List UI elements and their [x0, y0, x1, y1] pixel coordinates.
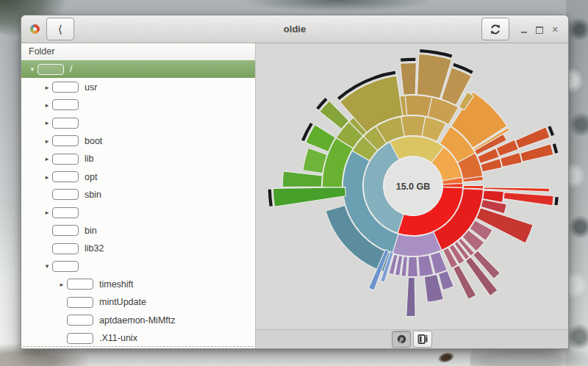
chart-segment[interactable] — [282, 171, 322, 187]
treemap-view-button[interactable] — [413, 331, 432, 348]
expander-right-icon[interactable]: ▸ — [57, 281, 67, 288]
chart-segment[interactable] — [273, 187, 345, 207]
tree-row-label: timeshift — [99, 279, 134, 290]
maximize-button[interactable] — [535, 25, 544, 34]
expander-right-icon[interactable]: ▸ — [42, 119, 52, 126]
expander-right-icon[interactable]: ▸ — [42, 173, 52, 181]
tree-row[interactable]: bin — [21, 222, 255, 240]
expander-right-icon[interactable]: ▸ — [42, 84, 52, 91]
tree-row-label: home — [85, 100, 107, 110]
chart-segment[interactable] — [463, 185, 483, 189]
tree-row[interactable]: lib32 — [21, 240, 255, 257]
tree-row-label: mintUpdate — [99, 297, 146, 307]
tree-rows: ▾/▸usr▸home▸var▸boot▸lib▸optsbin▸etcbinl… — [21, 60, 255, 348]
tree-row[interactable]: ▸lib — [21, 150, 255, 168]
tree-row-label: usr — [85, 82, 97, 93]
usage-bar — [52, 261, 79, 272]
tree-overflow-dash — [23, 346, 254, 347]
usage-bar — [52, 225, 79, 236]
chart-segment[interactable] — [303, 148, 327, 173]
tree-row[interactable]: sbin — [21, 186, 255, 204]
usage-bar — [52, 243, 79, 254]
tree-row[interactable]: .X11-unix — [21, 329, 255, 347]
app-window: ⟨ oldie ✕ Folder ▾/▸usr▸home▸var▸boot▸li… — [21, 15, 569, 349]
minimize-button[interactable] — [520, 25, 528, 34]
app-icon — [30, 24, 40, 34]
chart-pane: 15.0 GB — [256, 43, 568, 348]
usage-bar — [67, 297, 93, 308]
tree-row-label: lib — [85, 154, 94, 164]
back-button[interactable]: ⟨ — [46, 18, 74, 40]
close-button[interactable]: ✕ — [551, 25, 559, 34]
rings-chart-icon — [396, 334, 407, 345]
rings-chart[interactable]: 15.0 GB — [256, 43, 568, 330]
treemap-chart-icon — [417, 334, 429, 345]
tree-row[interactable]: ▸usr — [21, 78, 255, 96]
chart-segment[interactable] — [406, 277, 415, 316]
expander-right-icon[interactable]: ▸ — [42, 155, 52, 162]
titlebar[interactable]: ⟨ oldie ✕ — [21, 15, 568, 43]
tree-row-label: sbin — [85, 190, 101, 200]
tree-row[interactable]: ▸timeshift — [21, 276, 255, 293]
tree-row[interactable]: mintUpdate — [21, 293, 255, 311]
tree-row-label: opt — [85, 172, 97, 182]
usage-bar — [52, 207, 79, 218]
tree-row[interactable]: aptdaemon-MiMftz — [21, 311, 255, 329]
chart-segment[interactable] — [400, 62, 416, 95]
rescan-button[interactable] — [481, 18, 509, 40]
chart-center-label: 15.0 GB — [396, 182, 431, 192]
tree-row-label: var — [85, 118, 97, 128]
segment-depth-cap — [270, 190, 271, 207]
chart-segment[interactable] — [401, 115, 425, 136]
tree-row[interactable]: ▸var — [21, 114, 255, 132]
view-toolbar — [256, 329, 568, 348]
tree-row[interactable]: ▸boot — [21, 132, 255, 150]
refresh-arrows-icon — [490, 24, 501, 35]
usage-bar — [52, 118, 79, 129]
usage-bar — [52, 99, 79, 110]
usage-bar — [52, 189, 79, 200]
tree-row-label: etc — [85, 207, 97, 218]
tree-row-label: / — [70, 64, 72, 74]
segment-depth-cap — [401, 60, 415, 60]
folder-column-header[interactable]: Folder — [21, 43, 255, 61]
background-leaf — [437, 351, 456, 364]
expander-down-icon[interactable]: ▾ — [42, 262, 52, 270]
usage-bar — [37, 64, 64, 75]
chart-segment[interactable] — [503, 193, 553, 206]
tree-row[interactable]: ▾/ — [21, 60, 255, 78]
usage-bar — [67, 333, 93, 344]
chart-segment[interactable] — [405, 95, 431, 116]
usage-bar — [52, 82, 79, 93]
tree-row[interactable]: ▾tmp — [21, 257, 255, 275]
tree-row[interactable]: ▸home — [21, 96, 255, 114]
expander-down-icon[interactable]: ▾ — [27, 65, 37, 73]
segment-depth-cap — [554, 144, 556, 154]
tree-row-label: tmp — [85, 261, 100, 271]
minimize-icon — [521, 32, 527, 33]
segment-depth-cap — [549, 126, 553, 135]
expander-right-icon[interactable]: ▸ — [42, 209, 52, 216]
tree-row-label: .X11-unix — [99, 333, 137, 343]
tree-row-label: bin — [85, 226, 97, 236]
tree-row-label: boot — [85, 136, 102, 146]
usage-bar — [52, 135, 79, 146]
window-content: Folder ▾/▸usr▸home▸var▸boot▸lib▸optsbin▸… — [21, 43, 568, 348]
usage-bar — [67, 315, 93, 326]
folder-sidebar: Folder ▾/▸usr▸home▸var▸boot▸lib▸optsbin▸… — [21, 43, 256, 348]
segment-depth-cap — [556, 197, 556, 205]
tree-row[interactable]: ▸opt — [21, 168, 255, 185]
background-snowy-trees — [566, 0, 588, 366]
maximize-icon — [536, 26, 543, 34]
expander-right-icon[interactable]: ▸ — [42, 101, 52, 109]
desktop: { "window": { "title": "oldie", "titleba… — [0, 0, 588, 366]
rings-view-button[interactable] — [392, 331, 411, 348]
usage-bar — [67, 279, 93, 290]
chart-segment[interactable] — [407, 256, 417, 276]
usage-bar — [52, 171, 79, 182]
chart-segment[interactable] — [442, 183, 462, 187]
usage-bar — [52, 154, 79, 165]
tree-row[interactable]: ▸etc — [21, 204, 255, 221]
expander-right-icon[interactable]: ▸ — [42, 137, 52, 145]
tree-row-label: aptdaemon-MiMftz — [99, 315, 176, 326]
